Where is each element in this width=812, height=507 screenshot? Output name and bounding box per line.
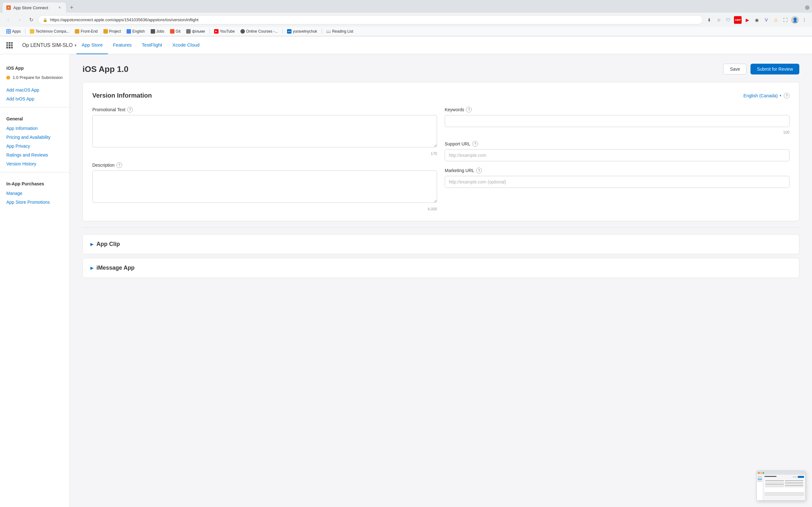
submit-for-review-button[interactable]: Submit for Review xyxy=(751,64,799,74)
keywords-char-count: 100 xyxy=(445,130,790,135)
sidebar-ios-status-label: 1.0 Prepare for Submission xyxy=(13,75,63,80)
shield-icon[interactable]: 🛡 xyxy=(724,16,732,24)
extensions-icon[interactable]: ⛶ xyxy=(781,16,789,24)
abp-icon[interactable]: ABP xyxy=(734,16,742,24)
bookmark-jobs[interactable]: Jobs xyxy=(148,28,167,35)
minimap-main xyxy=(763,475,805,500)
sidebar-item-app-store-promotions[interactable]: App Store Promotions xyxy=(0,198,69,207)
logo-grid-icon xyxy=(6,42,13,49)
warning-icon[interactable]: ⚠ xyxy=(772,16,780,24)
marketing-url-group: Marketing URL ? xyxy=(445,168,790,188)
logo-dot xyxy=(9,47,10,48)
nav-tab-app-store[interactable]: App Store xyxy=(77,37,108,54)
imessage-header[interactable]: ▶ iMessage App xyxy=(83,258,799,278)
nav-tab-testflight[interactable]: TestFlight xyxy=(137,37,167,54)
minimap-header xyxy=(757,471,805,475)
app-clip-section: ▶ App Clip xyxy=(83,234,799,254)
language-selector[interactable]: English (Canada) ▾ xyxy=(744,93,781,98)
minimap-body xyxy=(757,475,805,500)
language-chevron-icon: ▾ xyxy=(780,94,781,97)
support-url-input[interactable] xyxy=(445,149,790,161)
address-bar[interactable]: 🔒 https://appstoreconnect.apple.com/apps… xyxy=(38,15,703,24)
menu-icon[interactable]: ⋮ xyxy=(801,16,808,24)
bookmark-reading-list-label: Reading List xyxy=(332,29,353,34)
support-url-help-icon[interactable]: ? xyxy=(472,141,478,147)
bookmark-project-label: Project xyxy=(109,29,121,34)
action-buttons: Save Submit for Review xyxy=(723,64,799,74)
keywords-help-icon[interactable]: ? xyxy=(466,107,472,112)
sidebar-item-add-macos[interactable]: Add macOS App xyxy=(0,86,69,95)
bookmark-techinnov[interactable]: Techinnov Compa... xyxy=(27,28,72,35)
back-button[interactable]: ‹ xyxy=(4,15,13,24)
new-tab-button[interactable]: + xyxy=(67,3,76,12)
imessage-expand-icon: ▶ xyxy=(90,266,93,270)
marketing-url-input[interactable] xyxy=(445,176,790,188)
browser-tab-active[interactable]: A App Store Connect × xyxy=(3,3,66,13)
sidebar-item-pricing[interactable]: Pricing and Availability xyxy=(0,133,69,142)
nav-tab-features[interactable]: Features xyxy=(108,37,137,54)
sidebar-item-app-information[interactable]: App Information xyxy=(0,124,69,133)
window-controls xyxy=(805,5,809,10)
sidebar-divider-general xyxy=(0,107,69,107)
bookmark-courses[interactable]: Online Courses -... xyxy=(238,28,281,35)
description-wrapper xyxy=(92,170,437,204)
sidebar-item-version-history[interactable]: Version History xyxy=(0,159,69,168)
description-help-icon[interactable]: ? xyxy=(116,162,122,168)
forward-button[interactable]: › xyxy=(15,15,24,24)
keywords-input[interactable] xyxy=(445,115,790,127)
browser-toolbar: ‹ › ↻ 🔒 https://appstoreconnect.apple.co… xyxy=(0,13,812,27)
logo-dot xyxy=(11,42,13,44)
main-content: iOS App 1.0 Save Submit for Review Versi… xyxy=(70,54,812,507)
sidebar-item-manage[interactable]: Manage xyxy=(0,189,69,198)
promotional-text-help-icon[interactable]: ? xyxy=(127,107,133,112)
marketing-url-help-icon[interactable]: ? xyxy=(476,168,482,173)
privacy-icon[interactable]: ◉ xyxy=(753,16,761,24)
description-label: Description ? xyxy=(92,162,437,168)
bookmark-project[interactable]: Project xyxy=(101,28,123,35)
logo-dot xyxy=(6,44,8,46)
bookmark-git[interactable]: Git xyxy=(167,28,183,35)
browser-chrome: A App Store Connect × + ‹ › ↻ 🔒 https://… xyxy=(0,0,812,37)
bookmark-youtube[interactable]: ▶ YouTube xyxy=(212,28,237,35)
bookmark-youtube-label: YouTube xyxy=(220,29,235,34)
logo-dot xyxy=(6,47,8,48)
promotional-text-char-count: 170 xyxy=(92,152,437,156)
logo-dot xyxy=(9,42,10,44)
nav-tab-xcode-cloud[interactable]: Xcode Cloud xyxy=(167,37,205,54)
save-button[interactable]: Save xyxy=(723,64,747,74)
bookmark-apps[interactable]: Apps xyxy=(4,28,23,35)
support-url-label-text: Support URL xyxy=(445,141,470,147)
sidebar-divider-in-app xyxy=(0,172,69,172)
bookmark-techinnov-label: Techinnov Compa... xyxy=(36,29,69,34)
version-info-help-icon[interactable]: ? xyxy=(784,93,790,99)
language-selector-text: English (Canada) xyxy=(744,93,778,98)
bookmark-icon[interactable]: ☆ xyxy=(715,16,722,24)
bookmark-filmy-label: фільми xyxy=(192,29,205,34)
bookmark-english[interactable]: English xyxy=(124,28,147,35)
minimap-card xyxy=(764,479,804,492)
bookmarks-bar: Apps Techinnov Compa... Front-End Projec… xyxy=(0,27,812,36)
bookmark-frontend[interactable]: Front-End xyxy=(72,28,100,35)
app-name[interactable]: Op LENTUS SIM-SLO ▾ xyxy=(22,43,77,48)
app-navigation: App Store Features TestFlight Xcode Clou… xyxy=(77,37,205,54)
vpn-icon[interactable]: V xyxy=(763,16,770,24)
sidebar-item-add-tvos[interactable]: Add tvOS App xyxy=(0,95,69,103)
bookmark-separator-3 xyxy=(282,29,283,34)
description-input[interactable] xyxy=(92,170,437,203)
sidebar-ios-status: 1.0 Prepare for Submission xyxy=(0,73,69,82)
sidebar-item-ratings[interactable]: Ratings and Reviews xyxy=(0,151,69,159)
sidebar-item-app-privacy[interactable]: App Privacy xyxy=(0,142,69,151)
promotional-text-input[interactable] xyxy=(92,115,437,147)
refresh-button[interactable]: ↻ xyxy=(27,15,36,24)
bookmark-filmy[interactable]: фільми xyxy=(184,28,207,35)
bookmark-reading-list[interactable]: 📖 Reading List xyxy=(324,28,356,35)
logo-dot xyxy=(6,42,8,44)
tab-close-button[interactable]: × xyxy=(57,5,62,10)
bookmark-wix[interactable]: wix yuravelnychuk xyxy=(285,28,320,35)
promotional-text-wrapper xyxy=(92,115,437,148)
media-icon[interactable]: ▶ xyxy=(744,16,751,24)
app-clip-title: App Clip xyxy=(96,241,120,247)
profile-icon[interactable]: 👤 xyxy=(791,16,799,24)
app-clip-header[interactable]: ▶ App Clip xyxy=(83,234,799,254)
download-icon[interactable]: ⬇ xyxy=(705,16,713,24)
